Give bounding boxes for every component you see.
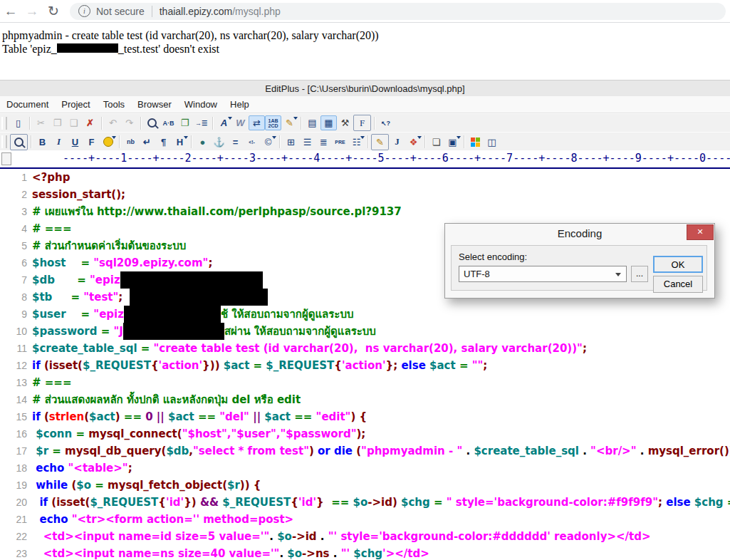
script-icon[interactable]: ✎	[371, 134, 389, 150]
line-number: 1	[0, 169, 32, 186]
code-text: if (isset($_REQUEST{'id'}) && $_REQUEST{…	[32, 494, 730, 511]
font-icon[interactable]: A	[216, 115, 232, 130]
cut-icon[interactable]: ✂	[33, 115, 49, 130]
user-tools-icon[interactable]: ⚒	[337, 115, 353, 130]
undo-icon[interactable]: ↶	[105, 115, 121, 130]
bold-icon[interactable]: B	[34, 135, 51, 150]
dialog-title: Encoding	[445, 224, 714, 244]
toolbar-grip	[1, 135, 7, 148]
window-list-icon[interactable]: ▣	[444, 135, 461, 150]
special-char-icon[interactable]: ©	[260, 135, 276, 150]
toolbar-separator	[279, 135, 280, 148]
menu-document[interactable]: Document	[0, 99, 55, 110]
line-number: 23	[0, 545, 32, 560]
code-line: 1<?php	[0, 169, 730, 186]
code-line: 3# เผยแพร่ใน http://www.thaiall.com/perl…	[0, 203, 730, 220]
hr-icon[interactable]: =	[227, 135, 244, 150]
italic-icon[interactable]: I	[51, 135, 67, 150]
toolbar-separator	[424, 135, 425, 148]
paragraph-icon[interactable]: ¶	[155, 135, 172, 150]
omnibox-divider	[152, 6, 152, 17]
line-number: 9	[0, 306, 32, 323]
context-help-icon[interactable]: ↖?	[377, 115, 394, 130]
menu-help[interactable]: Help	[224, 99, 256, 110]
url-bar[interactable]: i Not secure thaiall.epizy.com /mysql.ph…	[70, 3, 726, 20]
anchor-icon[interactable]: ⚓	[211, 135, 227, 150]
code-line: 20 if (isset($_REQUEST{'id'}) && $_REQUE…	[0, 494, 730, 511]
auto-indent-icon[interactable]: 1AB 2CD	[265, 115, 281, 130]
replace-icon[interactable]: A·B	[160, 115, 177, 130]
toolbar-grip	[1, 117, 7, 130]
function-list-icon[interactable]: F	[353, 115, 371, 131]
code-text: $db = "epiz	[32, 271, 263, 289]
toolbar-separator	[212, 117, 213, 130]
folder-icon[interactable]: ❏	[428, 135, 444, 150]
code-text: echo "<tr><form action='' method=post>	[32, 511, 293, 528]
code-text: # ส่วนกำหนดค่าเริ่มต้นของระบบ	[32, 237, 186, 254]
time-icon[interactable]	[100, 135, 116, 150]
wrap-toggle-icon[interactable]: ⇄	[249, 115, 265, 130]
forward-button[interactable]: →	[21, 4, 43, 19]
code-text: $user = "epizช้ ให้สอบถามจากผู้ดูแลระบบ	[32, 306, 353, 323]
toolbar-separator	[29, 117, 30, 130]
list-icon[interactable]: ☷	[348, 135, 365, 150]
delete-icon[interactable]: ✗	[82, 115, 98, 130]
code-line: 23 <td><input name=ns size=40 value='". …	[0, 545, 730, 560]
code-text: <td><input name=ns size=40 value='". $o-…	[32, 545, 429, 560]
new-document-icon[interactable]: ▯	[10, 115, 26, 130]
split-window-icon[interactable]: ◫	[484, 135, 500, 150]
code-text: <td><input name=id size=5 value='". $o->…	[32, 528, 651, 545]
editplus-titlebar[interactable]: EditPlus - [C:\Users\burin\Downloads\mys…	[0, 80, 730, 97]
line-break-icon[interactable]: ↵	[139, 135, 155, 150]
menu-window[interactable]: Window	[178, 99, 224, 110]
cancel-button[interactable]: Cancel	[653, 276, 703, 293]
screen: ← → ↻ i Not secure thaiall.epizy.com /my…	[0, 0, 730, 560]
menu-tools[interactable]: Tools	[97, 99, 131, 110]
page-text-line1: phpmyadmin - create table test (id varch…	[2, 28, 379, 42]
comment-icon[interactable]: <!-	[244, 135, 260, 150]
stamp-icon[interactable]: ✎	[281, 115, 298, 130]
paste-icon[interactable]: ❑	[66, 115, 82, 130]
close-icon[interactable]: ✕	[687, 224, 714, 240]
document-list-icon[interactable]: ▤	[304, 115, 320, 130]
side-panel-icon[interactable]: ▦	[320, 115, 337, 130]
back-button[interactable]: ←	[0, 4, 21, 19]
heading-icon[interactable]: H	[172, 135, 188, 150]
url-domain: thaiall.epizy.com	[160, 6, 232, 17]
menu-project[interactable]: Project	[55, 99, 96, 110]
browser-preview-icon[interactable]	[10, 134, 28, 150]
code-text: $create_table_sql = "create table test (…	[32, 340, 587, 357]
pre-icon[interactable]: PRE	[332, 135, 348, 150]
windows-logo-icon[interactable]	[467, 135, 484, 150]
code-line: 15if (strlen($act) == 0 || $act == "del"…	[0, 408, 730, 425]
find-icon[interactable]	[144, 115, 160, 130]
javascript-icon[interactable]: J	[389, 135, 405, 150]
menu-browser[interactable]: Browser	[131, 99, 178, 110]
ok-button[interactable]: OK	[653, 256, 703, 273]
info-icon[interactable]: i	[78, 5, 90, 17]
image-icon[interactable]: ●	[194, 135, 211, 150]
underline-icon[interactable]: U	[67, 135, 83, 150]
browser-page-content: phpmyadmin - create table test (id varch…	[2, 28, 379, 56]
word-wrap-icon[interactable]: W	[232, 115, 249, 130]
line-number: 8	[0, 289, 32, 306]
code-line: 16 $conn = mysql_connect("$host","$user"…	[0, 425, 730, 442]
reload-button[interactable]: ↻	[43, 3, 64, 19]
align-center-icon[interactable]: ☰	[299, 135, 316, 150]
table-icon[interactable]: ⊞	[283, 135, 299, 150]
redo-icon[interactable]: ↷	[121, 115, 137, 130]
find-in-files-icon[interactable]: ❐	[177, 115, 193, 130]
encoding-combobox[interactable]: UTF-8	[459, 266, 627, 282]
font-tag-icon[interactable]: F	[83, 135, 100, 150]
objects-icon[interactable]: ❖	[405, 135, 422, 150]
browse-button[interactable]: ...	[631, 266, 648, 282]
redaction-box	[123, 323, 224, 340]
line-number: 20	[0, 494, 32, 511]
copy-icon[interactable]: ❐	[49, 115, 66, 130]
align-right-icon[interactable]: ≣	[316, 135, 332, 150]
nbsp-icon[interactable]: nb	[122, 135, 139, 150]
code-line: 2session_start();	[0, 186, 730, 203]
line-number: 7	[0, 271, 32, 289]
goto-line-icon[interactable]: →☰	[193, 115, 209, 130]
code-text: echo "<table>";	[32, 460, 132, 477]
